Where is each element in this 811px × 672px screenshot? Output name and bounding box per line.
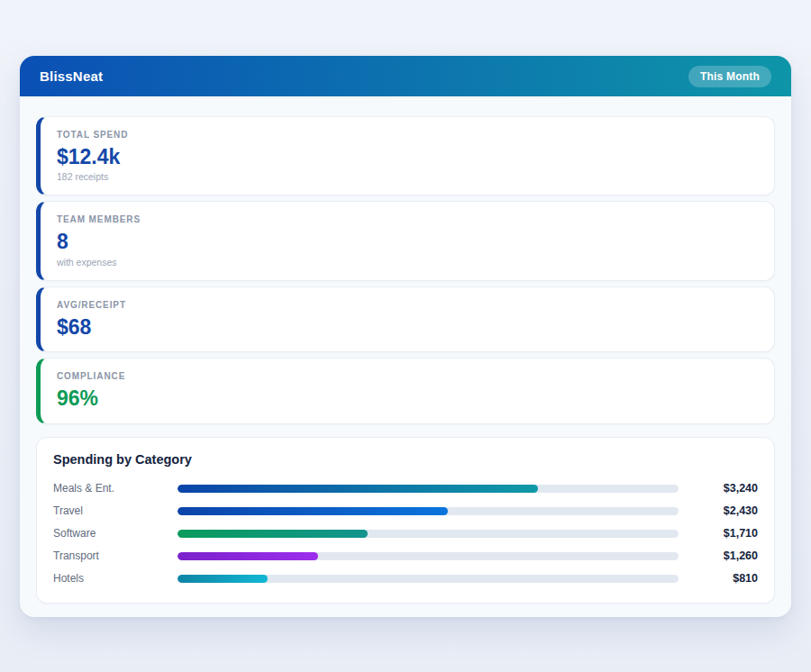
bar-track	[178, 552, 679, 560]
bar-track	[178, 530, 679, 538]
stat-card-avg-receipt: AVG/RECEIPT $68	[36, 286, 775, 352]
stat-label: COMPLIANCE	[57, 371, 758, 381]
stat-label: TOTAL SPEND	[57, 130, 758, 140]
bar-fill-travel	[178, 507, 448, 515]
category-value: $2,430	[693, 504, 758, 517]
bar-fill-transport	[178, 552, 318, 560]
stat-value: 96%	[57, 386, 758, 410]
category-label: Hotels	[53, 572, 163, 585]
dashboard-panel: BlissNeat This Month TOTAL SPEND $12.4k …	[20, 56, 791, 617]
bar-track	[178, 507, 679, 515]
stat-subtitle: 182 receipts	[57, 171, 758, 182]
stat-card-total-spend: TOTAL SPEND $12.4k 182 receipts	[36, 116, 775, 195]
stat-value: 8	[57, 230, 758, 253]
chart-row: Transport $1,260	[53, 545, 758, 568]
category-value: $1,710	[693, 527, 758, 540]
category-label: Travel	[53, 504, 163, 517]
category-label: Transport	[53, 549, 163, 562]
stat-card-compliance: COMPLIANCE 96%	[36, 358, 775, 423]
stat-value: $68	[57, 315, 758, 339]
category-value: $3,240	[693, 482, 758, 495]
category-label: Meals & Ent.	[53, 482, 163, 495]
chart-row: Travel $2,430	[53, 500, 758, 522]
bar-track	[178, 485, 679, 493]
bar-fill-meals	[178, 485, 538, 493]
stat-card-team-members: TEAM MEMBERS 8 with expenses	[36, 201, 775, 280]
app-header: BlissNeat This Month	[20, 56, 791, 96]
bar-fill-hotels	[178, 575, 268, 583]
period-badge[interactable]: This Month	[688, 66, 771, 87]
bar-fill-software	[178, 530, 368, 538]
category-value: $810	[693, 572, 758, 585]
stat-value: $12.4k	[57, 145, 758, 168]
chart-title: Spending by Category	[53, 452, 758, 467]
app-title: BlissNeat	[40, 68, 103, 84]
bar-track	[178, 575, 679, 583]
stat-subtitle: with expenses	[57, 257, 758, 268]
chart-row: Meals & Ent. $3,240	[53, 477, 758, 500]
spending-by-category-chart: Spending by Category Meals & Ent. $3,240…	[36, 437, 775, 604]
dashboard-content: TOTAL SPEND $12.4k 182 receipts TEAM MEM…	[20, 96, 791, 617]
stat-label: TEAM MEMBERS	[57, 214, 758, 224]
chart-row: Hotels $810	[53, 568, 758, 590]
stat-label: AVG/RECEIPT	[57, 300, 758, 310]
chart-row: Software $1,710	[53, 522, 758, 545]
category-value: $1,260	[693, 549, 758, 562]
category-label: Software	[53, 527, 163, 540]
